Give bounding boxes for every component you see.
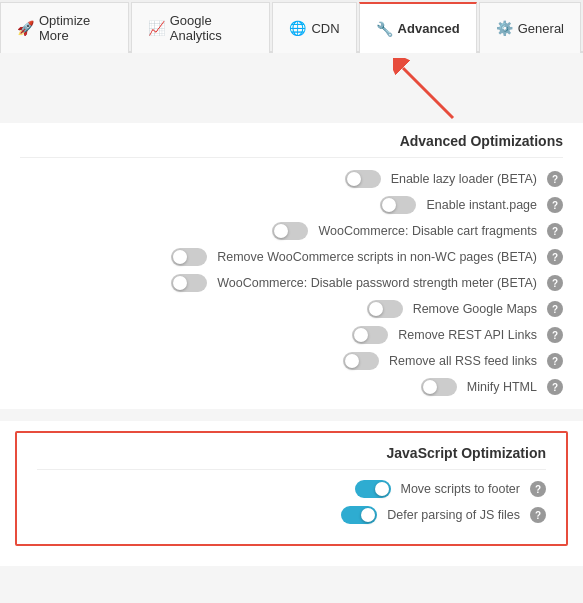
tab-general[interactable]: ⚙️ General — [479, 2, 581, 53]
setting-row-woo-scripts: Remove WooCommerce scripts in non-WC pag… — [20, 248, 563, 266]
label-instant-page: Enable instant.page — [426, 198, 537, 212]
tab-google-analytics-label: Google Analytics — [170, 13, 254, 43]
toggle-thumb — [382, 198, 396, 212]
toggle-thumb — [369, 302, 383, 316]
general-icon: ⚙️ — [496, 20, 513, 36]
js-section-title: JavaScript Optimization — [37, 445, 546, 470]
advanced-optimizations-section: Advanced Optimizations Enable lazy loade… — [0, 123, 583, 409]
toggle-track — [345, 170, 381, 188]
section-divider — [0, 409, 583, 421]
help-woo-cart[interactable]: ? — [547, 223, 563, 239]
svg-line-1 — [403, 68, 453, 118]
label-rest-api: Remove REST API Links — [398, 328, 537, 342]
toggle-google-maps[interactable] — [367, 300, 403, 318]
arrow-indicator — [393, 58, 473, 123]
setting-row-instant-page: Enable instant.page ? — [20, 196, 563, 214]
js-optimization-section: JavaScript Optimization Move scripts to … — [15, 431, 568, 546]
toggle-rest-api[interactable] — [352, 326, 388, 344]
help-rss-feed[interactable]: ? — [547, 353, 563, 369]
tab-optimize-more-label: Optimize More — [39, 13, 112, 43]
setting-row-move-scripts: Move scripts to footer ? — [37, 480, 546, 498]
label-move-scripts: Move scripts to footer — [401, 482, 521, 496]
help-defer-parsing[interactable]: ? — [530, 507, 546, 523]
tab-advanced-label: Advanced — [398, 21, 460, 36]
toggle-lazy-loader[interactable] — [345, 170, 381, 188]
toggle-thumb — [354, 328, 368, 342]
label-rss-feed: Remove all RSS feed links — [389, 354, 537, 368]
tab-cdn-label: CDN — [311, 21, 339, 36]
cdn-icon: 🌐 — [289, 20, 306, 36]
label-woo-cart: WooCommerce: Disable cart fragments — [318, 224, 537, 238]
help-minify-html[interactable]: ? — [547, 379, 563, 395]
label-woo-scripts: Remove WooCommerce scripts in non-WC pag… — [217, 250, 537, 264]
label-defer-parsing: Defer parsing of JS files — [387, 508, 520, 522]
tab-advanced[interactable]: 🔧 Advanced — [359, 2, 477, 53]
toggle-thumb — [347, 172, 361, 186]
tab-optimize-more[interactable]: 🚀 Optimize More — [0, 2, 129, 53]
toggle-thumb — [173, 276, 187, 290]
help-woo-scripts[interactable]: ? — [547, 249, 563, 265]
help-rest-api[interactable]: ? — [547, 327, 563, 343]
toggle-thumb — [173, 250, 187, 264]
setting-row-defer-parsing: Defer parsing of JS files ? — [37, 506, 546, 524]
help-woo-password[interactable]: ? — [547, 275, 563, 291]
toggle-track — [421, 378, 457, 396]
help-move-scripts[interactable]: ? — [530, 481, 546, 497]
advanced-icon: 🔧 — [376, 21, 393, 37]
setting-row-google-maps: Remove Google Maps ? — [20, 300, 563, 318]
toggle-track — [355, 480, 391, 498]
help-lazy-loader[interactable]: ? — [547, 171, 563, 187]
toggle-track — [171, 274, 207, 292]
toggle-thumb — [361, 508, 375, 522]
toggle-track — [272, 222, 308, 240]
main-content: Advanced Optimizations Enable lazy loade… — [0, 123, 583, 566]
toggle-track — [367, 300, 403, 318]
toggle-track — [341, 506, 377, 524]
toggle-track — [171, 248, 207, 266]
label-lazy-loader: Enable lazy loader (BETA) — [391, 172, 537, 186]
setting-row-rss-feed: Remove all RSS feed links ? — [20, 352, 563, 370]
toggle-thumb — [423, 380, 437, 394]
toggle-track — [343, 352, 379, 370]
toggle-track — [380, 196, 416, 214]
toggle-instant-page[interactable] — [380, 196, 416, 214]
toggle-woo-cart[interactable] — [272, 222, 308, 240]
setting-row-rest-api: Remove REST API Links ? — [20, 326, 563, 344]
setting-row-lazy-loader: Enable lazy loader (BETA) ? — [20, 170, 563, 188]
optimize-more-icon: 🚀 — [17, 20, 34, 36]
setting-row-woo-password: WooCommerce: Disable password strength m… — [20, 274, 563, 292]
toggle-thumb — [345, 354, 359, 368]
label-woo-password: WooCommerce: Disable password strength m… — [217, 276, 537, 290]
tab-google-analytics[interactable]: 📈 Google Analytics — [131, 2, 271, 53]
toggle-rss-feed[interactable] — [343, 352, 379, 370]
google-analytics-icon: 📈 — [148, 20, 165, 36]
tab-general-label: General — [518, 21, 564, 36]
setting-row-woo-cart: WooCommerce: Disable cart fragments ? — [20, 222, 563, 240]
toggle-thumb — [274, 224, 288, 238]
setting-row-minify-html: Minify HTML ? — [20, 378, 563, 396]
toggle-woo-scripts[interactable] — [171, 248, 207, 266]
toggle-defer-parsing[interactable] — [341, 506, 377, 524]
arrow-container — [0, 53, 583, 123]
label-minify-html: Minify HTML — [467, 380, 537, 394]
help-google-maps[interactable]: ? — [547, 301, 563, 317]
tab-bar: 🚀 Optimize More 📈 Google Analytics 🌐 CDN… — [0, 0, 583, 53]
help-instant-page[interactable]: ? — [547, 197, 563, 213]
toggle-thumb — [375, 482, 389, 496]
tab-cdn[interactable]: 🌐 CDN — [272, 2, 356, 53]
label-google-maps: Remove Google Maps — [413, 302, 537, 316]
toggle-woo-password[interactable] — [171, 274, 207, 292]
advanced-section-title: Advanced Optimizations — [20, 133, 563, 158]
toggle-minify-html[interactable] — [421, 378, 457, 396]
toggle-move-scripts[interactable] — [355, 480, 391, 498]
toggle-track — [352, 326, 388, 344]
